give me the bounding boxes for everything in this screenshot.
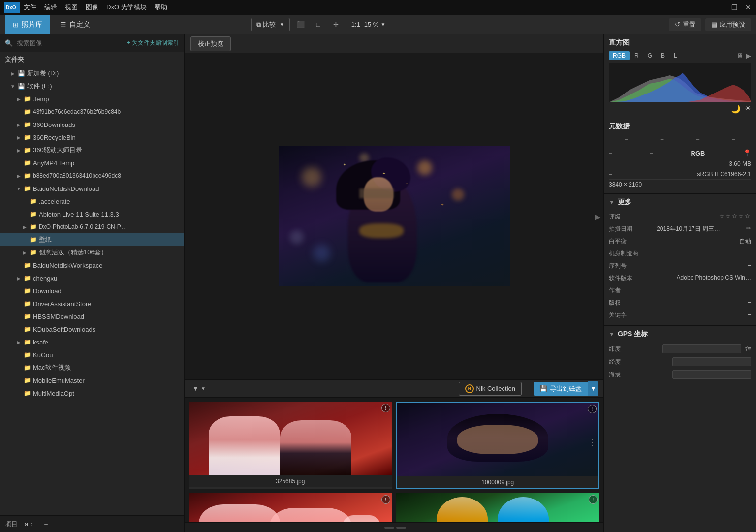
date-value: 2018年10月17日 周三… — [657, 225, 720, 233]
tree-item-drive-e[interactable]: ▼ 💾 软件 (E:) — [0, 80, 184, 93]
menu-bar: 文件 编辑 视图 图像 DxO 光学模块 帮助 — [24, 3, 167, 12]
thumbnail-item-2[interactable]: ! ⋮ 1000009.jpg — [396, 402, 600, 489]
remove-button[interactable]: − — [56, 519, 66, 529]
folder-icon: 📁 — [24, 185, 31, 192]
tree-item-creative[interactable]: ▶ 📁 创意活泼（精选106套） — [0, 246, 184, 259]
tree-item-mac[interactable]: 📁 Mac软件视频 — [0, 361, 184, 374]
search-icon: 🔍 — [5, 39, 13, 47]
hist-play-icon[interactable]: ▶ — [746, 52, 751, 60]
tab-library[interactable]: ⊞ 照片库 — [5, 15, 50, 34]
menu-edit[interactable]: 编辑 — [44, 3, 57, 12]
move-tool-button[interactable]: ✛ — [329, 18, 343, 31]
zoom-1to1[interactable]: 1:1 — [351, 21, 360, 28]
meta-profile-label: – — [609, 171, 612, 178]
tree-item-hash1[interactable]: 📁 43f91be76c6edac376b2f6b9c84b — [0, 105, 184, 118]
tree-item-mobilemu[interactable]: 📁 MobileEmuMaster — [0, 374, 184, 387]
compare-button[interactable]: ⧉ 比较 ▼ — [251, 18, 290, 31]
tree-item-ksafe[interactable]: ▶ 📁 ksafe — [0, 336, 184, 348]
thumbnail-item-4[interactable]: ! — [396, 493, 600, 522]
alt-input[interactable] — [672, 370, 751, 379]
tree-item-dxo[interactable]: ▶ 📁 DxO-PhotoLab-6.7.0.219-CN-P… — [0, 220, 184, 233]
apply-preset-button[interactable]: ▤ 应用预设 — [705, 18, 751, 31]
zoom-percent-control[interactable]: 15 % ▼ — [364, 21, 386, 28]
minimize-button[interactable]: — — [717, 3, 724, 11]
scroll-indicator-2[interactable] — [396, 527, 406, 529]
tree-item-wallpaper[interactable]: 📁 壁纸 — [0, 233, 184, 246]
tree-item-hbssm[interactable]: 📁 HBSSMDownload — [0, 310, 184, 323]
tree-item-driverstore[interactable]: 📁 DriverAssistantStore — [0, 297, 184, 310]
tree-item-360driver[interactable]: ▶ 📁 360驱动大师目录 — [0, 144, 184, 156]
correction-preview-button[interactable]: 校正预览 — [190, 36, 231, 51]
tree-item-hash2[interactable]: ▶ 📁 b88ed700a801363410bce496dc8 — [0, 169, 184, 182]
tree-item-chengxu[interactable]: ▶ 📁 chengxu — [0, 272, 184, 284]
lon-input[interactable] — [672, 357, 751, 366]
serial-label: 序列号 — [609, 262, 627, 270]
thumb-more-button-2[interactable]: ⋮ — [588, 437, 597, 448]
tree-item-kduba[interactable]: 📁 KDubaSoftDownloads — [0, 323, 184, 336]
scroll-indicator[interactable] — [384, 527, 394, 529]
tree-item-baiduws[interactable]: 📁 BaiduNetdiskWorkspace — [0, 259, 184, 272]
more-section-header[interactable]: ▼ 更多 — [609, 194, 751, 211]
tree-item-baidu[interactable]: ▼ 📁 BaiduNetdiskDownload — [0, 182, 184, 195]
thumb-name-1: 325685.jpg — [189, 475, 392, 487]
hist-monitor-icon[interactable]: 🖥 — [737, 52, 744, 60]
hist-tab-b[interactable]: B — [657, 51, 669, 60]
filter-button[interactable]: ▼ ▼ — [189, 383, 209, 394]
menu-image[interactable]: 图像 — [86, 3, 98, 12]
tree-item-download[interactable]: 📁 Download — [0, 284, 184, 297]
tree-item-multimedia[interactable]: 📁 MultiMediaOpt — [0, 387, 184, 400]
tab-customize[interactable]: ☰ 自定义 — [52, 15, 98, 34]
expand-icon: ▶ — [16, 173, 22, 179]
nik-collection-button[interactable]: N Nik Collection — [459, 382, 522, 396]
tree-item-anymp4[interactable]: 📁 AnyMP4 Temp — [0, 156, 184, 169]
tree-item-360rb[interactable]: ▶ 📁 360RecycleBin — [0, 131, 184, 144]
export-icon: 💾 — [539, 385, 547, 392]
toolbar-center-group: ⧉ 比较 ▼ ⬛ □ ✛ 1:1 15 % ▼ — [251, 18, 386, 31]
tree-item-360dl[interactable]: ▶ 📁 360Downloads — [0, 118, 184, 131]
filter-icon: ▼ — [192, 385, 199, 392]
copyright-value: – — [748, 299, 751, 307]
export-button[interactable]: 💾 导出到磁盘 — [534, 382, 588, 396]
tree-item-kugou[interactable]: 📁 KuGou — [0, 348, 184, 361]
tree-label: 新加卷 (D:) — [27, 69, 59, 78]
sort-button[interactable]: a ↕ — [22, 519, 36, 529]
edit-date-icon[interactable]: ✏ — [746, 225, 751, 233]
serial-value: – — [748, 262, 751, 270]
tree-item-drive-d[interactable]: ▶ 💾 新加卷 (D:) — [0, 67, 184, 80]
rating-stars[interactable]: ☆☆☆☆☆ — [719, 213, 751, 221]
reset-button[interactable]: ↺ 重置 — [669, 18, 701, 31]
hist-tab-r[interactable]: R — [630, 51, 643, 60]
hist-tab-l[interactable]: L — [670, 51, 681, 60]
split-view-button[interactable]: ⬛ — [294, 18, 308, 31]
hist-tab-rgb[interactable]: RGB — [609, 51, 630, 60]
add-button[interactable]: ＋ — [40, 519, 52, 530]
expand-panel-button[interactable]: ▶ — [595, 212, 600, 221]
hist-tab-g[interactable]: G — [644, 51, 656, 60]
moon-icon[interactable]: 🌙 — [731, 104, 741, 114]
maximize-button[interactable]: ❐ — [730, 3, 738, 11]
sun-icon[interactable]: ☀ — [745, 104, 751, 114]
tree-label: BaiduNetdiskDownload — [33, 185, 99, 192]
gps-map-icon[interactable]: 🗺 — [745, 345, 751, 352]
menu-help[interactable]: 帮助 — [155, 3, 167, 12]
tab-customize-label: 自定义 — [69, 20, 90, 29]
export-dropdown-button[interactable]: ▼ — [588, 381, 598, 396]
meta-cell-1: – — [609, 135, 644, 144]
thumbnail-item-3[interactable]: ! — [189, 493, 392, 522]
tree-item-ableton[interactable]: 📁 Ableton Live 11 Suite 11.3.3 — [0, 208, 184, 220]
thumbnail-item-1[interactable]: ! 325685.jpg — [189, 402, 392, 489]
menu-view[interactable]: 视图 — [65, 3, 78, 12]
lon-label: 经度 — [609, 358, 621, 366]
menu-optics[interactable]: DxO 光学模块 — [106, 3, 147, 12]
menu-file[interactable]: 文件 — [24, 3, 36, 12]
tree-item-temp[interactable]: ▶ 📁 .temp — [0, 93, 184, 105]
tree-label: HBSSMDownload — [33, 313, 84, 320]
search-input[interactable] — [17, 39, 123, 47]
close-button[interactable]: ✕ — [744, 3, 752, 11]
tree-item-accelerate[interactable]: 📁 .accelerate — [0, 195, 184, 208]
single-view-button[interactable]: □ — [312, 18, 325, 31]
index-link[interactable]: + 为文件夹编制索引 — [127, 39, 179, 47]
tree-label: chengxu — [33, 275, 57, 282]
gps-section-header[interactable]: ▼ GPS 坐标 — [609, 326, 751, 343]
lat-input[interactable] — [662, 344, 741, 353]
